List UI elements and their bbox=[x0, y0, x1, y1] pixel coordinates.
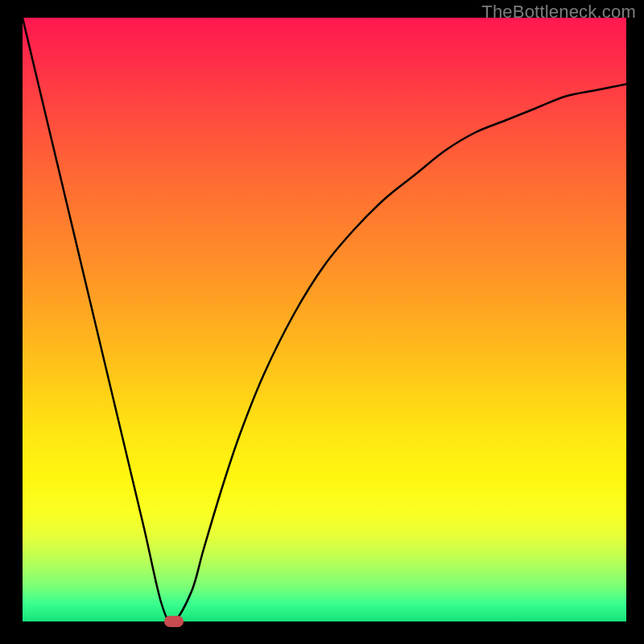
plot-area bbox=[23, 18, 626, 621]
bottleneck-curve bbox=[23, 18, 626, 621]
optimal-point-marker bbox=[164, 616, 184, 627]
chart-canvas: TheBottleneck.com bbox=[0, 0, 644, 644]
watermark-label: TheBottleneck.com bbox=[481, 2, 636, 23]
